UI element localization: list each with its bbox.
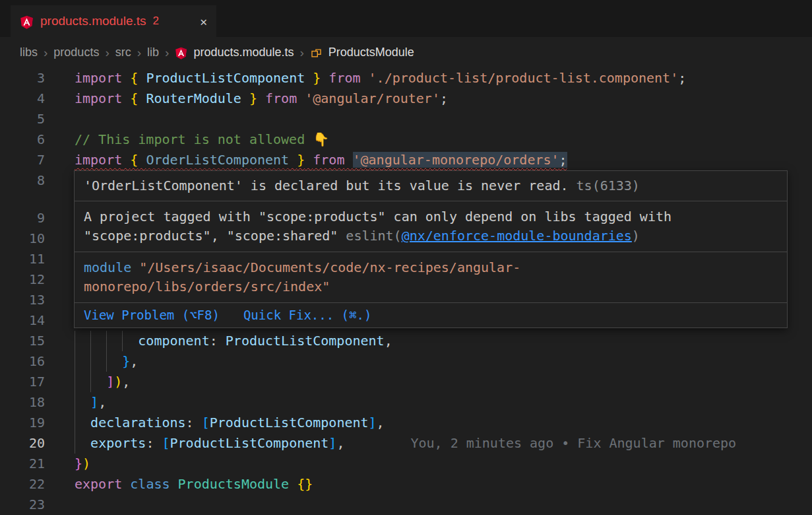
code-line-23[interactable]: 23 xyxy=(0,495,812,515)
code-token: exports xyxy=(90,435,146,451)
code-token: // This import is not allowed xyxy=(75,131,313,147)
code-text: // This import is not allowed 👇 xyxy=(75,129,329,150)
code-text: component: ProductListComponent, xyxy=(75,331,392,351)
symbol-class-icon xyxy=(310,47,323,59)
code-token: [ xyxy=(202,415,210,430)
line-number: 16 xyxy=(0,351,45,372)
code-token: : xyxy=(186,415,202,430)
code-token xyxy=(75,374,106,390)
line-number: 6 xyxy=(0,129,45,150)
breadcrumb-item-symbol[interactable]: ProductsModule xyxy=(328,46,414,59)
module-path-text1: "/Users/isaac/Documents/code/nx-recipes/… xyxy=(139,259,520,275)
code-token xyxy=(138,70,146,86)
line-number: 12 xyxy=(0,269,45,290)
code-token xyxy=(75,435,90,451)
angular-icon xyxy=(20,15,34,29)
code-token: import xyxy=(75,152,122,168)
breadcrumb-separator: › xyxy=(44,46,47,60)
line-number: 9 xyxy=(0,208,45,228)
code-line-15[interactable]: 15 component: ProductListComponent, xyxy=(0,331,812,351)
code-line-16[interactable]: 16 }, xyxy=(0,351,812,372)
code-line-5[interactable]: 5 xyxy=(0,109,812,129)
code-token: } xyxy=(249,90,257,106)
line-number: 20 xyxy=(0,433,45,454)
code-line-17[interactable]: 17 ]), xyxy=(0,372,812,392)
quick-fix-link[interactable]: Quick Fix... (⌘.) xyxy=(243,306,371,324)
line-number: 3 xyxy=(0,68,45,88)
code-line-19[interactable]: 19 declarations: [ProductListComponent], xyxy=(0,413,812,433)
code-token: ProductsModule xyxy=(178,476,290,492)
code-token xyxy=(75,415,90,430)
code-line-7[interactable]: 7import { OrderListComponent } from '@an… xyxy=(0,150,812,170)
code-token xyxy=(289,152,297,168)
line-number: 22 xyxy=(0,474,45,495)
code-editor[interactable]: 3import { ProductListComponent } from '.… xyxy=(0,68,812,515)
code-token xyxy=(138,90,146,106)
tab-products-module[interactable]: products.module.ts 2 ✕ xyxy=(11,5,216,37)
code-line-3[interactable]: 3import { ProductListComponent } from '.… xyxy=(0,68,812,88)
eslint-rule-link[interactable]: @nx/enforce-module-boundaries xyxy=(402,228,632,244)
code-token: : xyxy=(210,333,226,349)
breadcrumb-item-file[interactable]: products.module.ts xyxy=(193,46,294,59)
code-token: import xyxy=(75,90,122,106)
module-path-text2: monorepo/libs/orders/src/index" xyxy=(84,279,330,294)
code-token xyxy=(305,70,313,86)
line-number: 21 xyxy=(0,454,45,474)
code-token xyxy=(170,476,178,492)
code-line-4[interactable]: 4import { RouterModule } from '@angular/… xyxy=(0,88,812,109)
breadcrumb-item-lib[interactable]: lib xyxy=(147,46,159,59)
code-token: declarations xyxy=(90,415,186,430)
code-line-6[interactable]: 6// This import is not allowed 👇 xyxy=(0,129,812,150)
eslint-source-close: ) xyxy=(632,228,640,244)
tab-close-icon[interactable]: ✕ xyxy=(200,15,207,28)
line-number: 19 xyxy=(0,413,45,433)
code-token xyxy=(361,70,369,86)
code-text: ]), xyxy=(75,372,130,392)
code-line-22[interactable]: 22export class ProductsModule {} xyxy=(0,474,812,495)
tab-label: products.module.ts xyxy=(40,14,146,28)
code-token: OrderListComponent xyxy=(146,152,289,168)
breadcrumb-item-libs[interactable]: libs xyxy=(20,46,38,59)
code-token xyxy=(257,90,265,106)
hover-action-bar: View Problem (⌥F8) Quick Fix... (⌘.) xyxy=(75,302,787,327)
line-number: 11 xyxy=(0,249,45,269)
code-token xyxy=(297,90,305,106)
eslint-message-line1: A project tagged with "scope:products" c… xyxy=(84,207,778,226)
code-token: ] xyxy=(90,394,98,410)
breadcrumb: libs › products › src › lib › products.m… xyxy=(0,37,812,68)
code-token: ProductListComponent xyxy=(170,435,329,451)
code-token xyxy=(241,90,249,106)
code-token xyxy=(122,70,130,86)
hover-module-block: module"/Users/isaac/Documents/code/nx-re… xyxy=(75,252,787,302)
code-token: ProductListComponent xyxy=(210,415,369,430)
code-token xyxy=(75,394,90,410)
code-token: , xyxy=(130,353,138,369)
code-token: } xyxy=(122,353,130,369)
view-problem-link[interactable]: View Problem (⌥F8) xyxy=(84,306,220,324)
code-text: declarations: [ProductListComponent], xyxy=(75,413,385,433)
code-token: class xyxy=(130,476,170,492)
code-text: import { ProductListComponent } from './… xyxy=(75,68,686,88)
code-token: from xyxy=(328,70,360,86)
vscode-window: products.module.ts 2 ✕ libs › products ›… xyxy=(0,0,812,515)
hover-eslint-error: A project tagged with "scope:products" c… xyxy=(75,201,787,252)
line-number: 18 xyxy=(0,392,45,413)
code-token: , xyxy=(122,374,130,390)
code-token: '@angular/router' xyxy=(305,90,440,106)
code-token: [ xyxy=(162,435,170,451)
code-token: , xyxy=(377,415,385,430)
breadcrumb-item-src[interactable]: src xyxy=(115,46,131,59)
code-token: ProductListComponent xyxy=(226,333,385,349)
code-token: ; xyxy=(559,152,567,168)
code-line-18[interactable]: 18 ], xyxy=(0,392,812,413)
code-line-20[interactable]: 20 exports: [ProductListComponent],You, … xyxy=(0,433,812,454)
code-line-21[interactable]: 21}) xyxy=(0,454,812,474)
code-text: ], xyxy=(75,392,106,413)
breadcrumb-separator: › xyxy=(105,46,109,60)
code-token: } xyxy=(297,152,305,168)
module-path-line2: monorepo/libs/orders/src/index" xyxy=(84,277,778,296)
breadcrumb-item-products[interactable]: products xyxy=(53,46,99,59)
line-number: 4 xyxy=(0,88,45,109)
breadcrumb-separator: › xyxy=(299,46,303,60)
code-token xyxy=(75,333,138,349)
